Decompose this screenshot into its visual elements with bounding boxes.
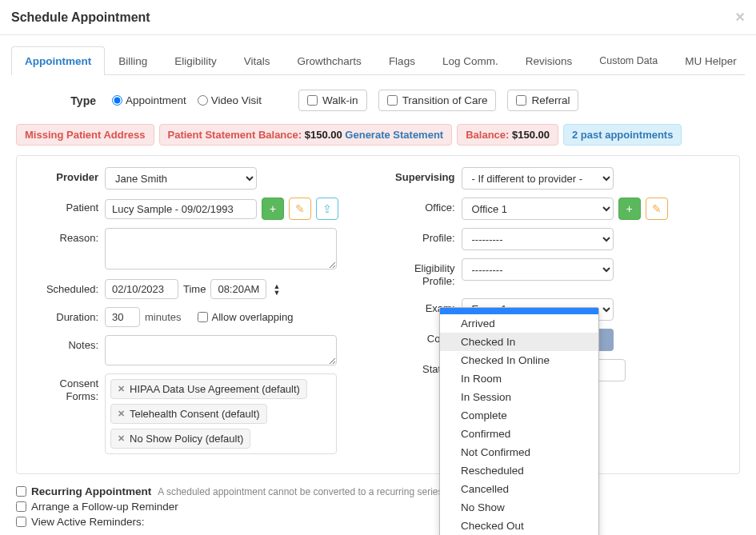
pencil-icon: ✎ — [295, 202, 305, 215]
type-label: Type — [16, 94, 96, 107]
edit-patient-button[interactable]: ✎ — [289, 198, 311, 220]
plus-icon: + — [626, 202, 632, 215]
profile-select[interactable]: --------- — [462, 228, 614, 250]
check-referral[interactable]: Referral — [507, 90, 578, 111]
provider-label: Provider — [56, 171, 98, 183]
remove-icon[interactable]: ✕ — [118, 433, 125, 444]
status-option[interactable]: Arrived — [440, 314, 598, 333]
reason-textarea[interactable] — [105, 228, 337, 269]
consent-label: Consent Forms: — [30, 373, 98, 404]
edit-office-button[interactable]: ✎ — [646, 198, 668, 220]
share-icon: ⇪ — [322, 202, 332, 215]
supervising-label: Supervising — [395, 171, 454, 183]
status-option[interactable]: No Show — [440, 498, 598, 517]
check-transition[interactable]: Transition of Care — [378, 90, 497, 111]
check-followup[interactable]: Arrange a Follow-up Reminder — [16, 501, 740, 513]
check-allow-overlapping[interactable]: Allow overlapping — [198, 311, 294, 323]
supervising-select[interactable]: - If different to provider - — [462, 167, 614, 190]
tab-eligibility[interactable]: Eligibility — [161, 46, 230, 75]
check-walkin[interactable]: Walk-in — [298, 90, 367, 111]
status-option[interactable]: Checked In — [440, 333, 598, 351]
office-select[interactable]: Office 1 — [462, 198, 614, 220]
close-icon[interactable]: × — [735, 8, 745, 26]
status-option[interactable]: Complete — [440, 406, 598, 425]
tab-appointment[interactable]: Appointment — [11, 46, 105, 75]
tab-billing[interactable]: Billing — [105, 46, 161, 75]
consent-tag: ✕HIPAA Data Use Agreement (default) — [110, 379, 307, 399]
status-option[interactable]: In Session — [440, 388, 598, 406]
tab-logcomm[interactable]: Log Comm. — [429, 46, 512, 75]
alert-missing-address: Missing Patient Address — [16, 124, 154, 146]
status-dropdown: Arrived Checked In Checked In Online In … — [439, 307, 599, 535]
tab-flags[interactable]: Flags — [375, 46, 429, 75]
consent-forms-box[interactable]: ✕HIPAA Data Use Agreement (default) ✕Tel… — [105, 373, 337, 454]
status-option[interactable]: Not Confirmed — [440, 443, 598, 461]
page-title: Schedule Appointment — [11, 10, 150, 25]
plus-icon: + — [270, 202, 276, 215]
add-patient-button[interactable]: + — [262, 198, 284, 220]
reason-label: Reason: — [30, 228, 98, 244]
provider-select[interactable]: Jane Smith — [105, 167, 257, 190]
duration-input[interactable] — [105, 307, 140, 327]
notes-label: Notes: — [30, 335, 98, 351]
alert-past-appointments[interactable]: 2 past appointments — [563, 124, 682, 146]
alert-statement-balance: Patient Statement Balance: $150.00 Gener… — [159, 124, 453, 146]
radio-appointment[interactable]: Appointment — [112, 94, 186, 106]
check-active-reminders[interactable]: View Active Reminders: — [16, 516, 740, 528]
link-generate-statement[interactable]: Generate Statement — [345, 129, 443, 141]
alert-balance: Balance: $150.00 — [457, 124, 558, 146]
eligibility-profile-label: Eligibility Profile: — [386, 258, 455, 289]
time-stepper[interactable]: ▲▼ — [273, 283, 280, 296]
tab-muhelper[interactable]: MU Helper — [671, 46, 750, 75]
status-option[interactable]: In Room — [440, 369, 598, 388]
duration-label: Duration: — [30, 307, 98, 323]
scheduled-time-input[interactable] — [210, 279, 266, 299]
status-option[interactable]: Confirmed — [440, 425, 598, 443]
tabs: Appointment Billing Eligibility Vitals G… — [11, 46, 745, 75]
office-label: Office: — [386, 198, 455, 214]
patient-field[interactable] — [105, 199, 257, 219]
pencil-icon: ✎ — [652, 202, 662, 215]
remove-icon[interactable]: ✕ — [118, 409, 125, 419]
profile-label: Profile: — [386, 228, 455, 244]
scheduled-label: Scheduled: — [30, 279, 98, 295]
time-label: Time — [183, 283, 206, 295]
add-office-button[interactable]: + — [618, 198, 641, 220]
share-patient-button[interactable]: ⇪ — [316, 198, 338, 220]
status-option[interactable]: Checked Out — [440, 517, 598, 535]
consent-tag: ✕Telehealth Consent (default) — [110, 404, 267, 424]
radio-video-visit[interactable]: Video Visit — [198, 94, 262, 106]
tab-vitals[interactable]: Vitals — [230, 46, 284, 75]
notes-textarea[interactable] — [105, 335, 337, 365]
patient-label: Patient — [30, 198, 98, 214]
status-option[interactable]: Rescheduled — [440, 461, 598, 480]
consent-tag: ✕No Show Policy (default) — [110, 429, 250, 449]
duration-unit: minutes — [145, 311, 182, 323]
tab-revisions[interactable]: Revisions — [512, 46, 586, 75]
tab-growthcharts[interactable]: Growthcharts — [284, 46, 375, 75]
status-option[interactable]: Checked In Online — [440, 351, 598, 369]
status-option[interactable]: Cancelled — [440, 480, 598, 498]
scheduled-date-input[interactable] — [105, 279, 178, 299]
eligibility-profile-select[interactable]: --------- — [462, 258, 614, 281]
tab-customdata[interactable]: Custom Data — [586, 46, 671, 75]
status-option-blank[interactable] — [440, 308, 598, 314]
check-recurring[interactable]: Recurring Appointment A scheduled appoin… — [16, 485, 740, 497]
remove-icon[interactable]: ✕ — [118, 384, 125, 394]
